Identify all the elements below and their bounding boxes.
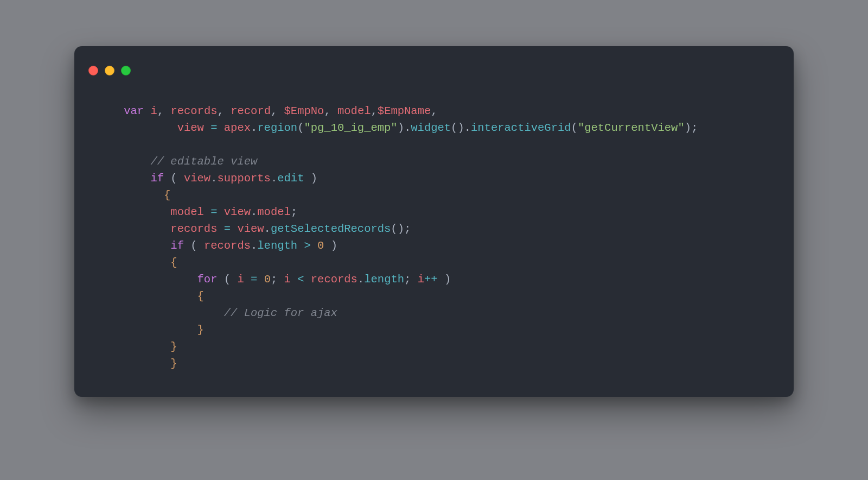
semi: ; bbox=[291, 206, 297, 218]
str-region: "pg_10_ig_emp" bbox=[304, 122, 397, 134]
id-records: records bbox=[204, 239, 251, 252]
dot: . bbox=[358, 273, 364, 286]
lparen: ( bbox=[170, 172, 177, 185]
op-lt: < bbox=[297, 273, 304, 286]
num-zero: 0 bbox=[264, 273, 271, 286]
kw-for: for bbox=[197, 273, 218, 286]
kw-if: if bbox=[170, 239, 184, 252]
dot: . bbox=[251, 122, 257, 134]
id-apex: apex bbox=[224, 122, 251, 134]
code-block: var i, records, record, $EmpNo, model,$E… bbox=[74, 103, 794, 372]
op-eq: = bbox=[224, 223, 231, 235]
id-i: i bbox=[237, 273, 244, 286]
window-maximize-icon[interactable] bbox=[121, 66, 131, 75]
id-i: i bbox=[150, 105, 157, 117]
id-record: record bbox=[231, 105, 271, 117]
rparen: ) bbox=[685, 122, 691, 134]
dot: . bbox=[404, 122, 411, 134]
semi: ; bbox=[404, 223, 411, 235]
comma: , bbox=[324, 105, 330, 117]
id-model: model bbox=[170, 206, 204, 218]
dot: . bbox=[251, 206, 257, 218]
id-edit: edit bbox=[277, 172, 304, 185]
stage: var i, records, record, $EmpNo, model,$E… bbox=[0, 0, 868, 480]
rparen: ) bbox=[444, 273, 451, 286]
window-minimize-icon[interactable] bbox=[105, 66, 114, 75]
id-view: view bbox=[224, 206, 251, 218]
num-zero: 0 bbox=[317, 239, 324, 252]
comma: , bbox=[218, 105, 224, 117]
fn-widget: widget bbox=[411, 122, 451, 134]
id-records: records bbox=[311, 273, 358, 286]
id-length: length bbox=[257, 239, 297, 252]
id-model: model bbox=[257, 206, 291, 218]
comment-logic: // Logic for ajax bbox=[224, 307, 337, 319]
dot: . bbox=[264, 223, 271, 235]
op-pp: ++ bbox=[424, 273, 438, 286]
dot: . bbox=[271, 172, 277, 185]
semi: ; bbox=[271, 273, 277, 286]
id-records: records bbox=[170, 105, 217, 117]
lparen: ( bbox=[190, 239, 197, 252]
rbrace: } bbox=[170, 340, 177, 353]
lparen: ( bbox=[571, 122, 578, 134]
fn-getselectedrecords: getSelectedRecords bbox=[271, 223, 391, 235]
str-getcurrentview: "getCurrentView" bbox=[578, 122, 685, 134]
comma: , bbox=[431, 105, 437, 117]
id-empname: $EmpName bbox=[378, 105, 431, 117]
op-eq: = bbox=[251, 273, 257, 286]
op-eq: = bbox=[210, 206, 217, 218]
rparen: ) bbox=[331, 239, 337, 252]
comma: , bbox=[157, 105, 164, 117]
rparen: ) bbox=[398, 122, 404, 134]
window-titlebar bbox=[74, 46, 794, 83]
rbrace: } bbox=[170, 357, 177, 370]
id-i: i bbox=[418, 273, 424, 286]
lbrace: { bbox=[170, 256, 177, 269]
id-model: model bbox=[337, 105, 371, 117]
fn-interactivegrid: interactiveGrid bbox=[471, 122, 571, 134]
id-length: length bbox=[364, 273, 404, 286]
semi: ; bbox=[691, 122, 698, 134]
dot: . bbox=[210, 172, 217, 185]
kw-var: var bbox=[124, 105, 144, 117]
rbrace: } bbox=[197, 324, 204, 336]
comment-editable: // editable view bbox=[150, 155, 257, 168]
id-records: records bbox=[170, 223, 217, 235]
fn-region: region bbox=[257, 122, 297, 134]
id-view: view bbox=[184, 172, 210, 185]
id-view: view bbox=[177, 122, 204, 134]
rparen: ) bbox=[311, 172, 317, 185]
window-close-icon[interactable] bbox=[88, 66, 98, 75]
comma: , bbox=[271, 105, 277, 117]
lbrace: { bbox=[197, 290, 204, 302]
id-supports: supports bbox=[218, 172, 271, 185]
id-i: i bbox=[284, 273, 291, 286]
lbrace: { bbox=[164, 189, 170, 201]
lparen: ( bbox=[391, 223, 397, 235]
comma: , bbox=[371, 105, 378, 117]
dot: . bbox=[251, 239, 257, 252]
op-gt: > bbox=[304, 239, 310, 252]
op-eq: = bbox=[210, 122, 217, 134]
code-window: var i, records, record, $EmpNo, model,$E… bbox=[74, 46, 794, 397]
lparen: ( bbox=[297, 122, 304, 134]
id-view: view bbox=[237, 223, 264, 235]
lparen: ( bbox=[224, 273, 231, 286]
semi: ; bbox=[404, 273, 411, 286]
rparen: ) bbox=[457, 122, 464, 134]
id-empno: $EmpNo bbox=[284, 105, 324, 117]
lparen: ( bbox=[451, 122, 457, 134]
dot: . bbox=[464, 122, 471, 134]
rparen: ) bbox=[398, 223, 404, 235]
kw-if: if bbox=[150, 172, 164, 185]
